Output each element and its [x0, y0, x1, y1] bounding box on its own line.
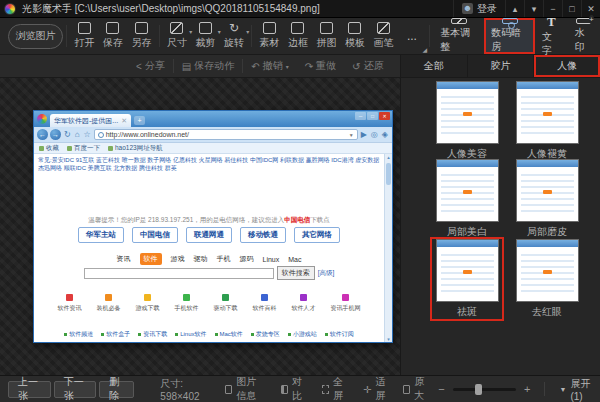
browser-close-icon: ✕: [379, 112, 390, 120]
effect-thumbnail: [436, 81, 499, 144]
text-tool-button[interactable]: T 文字: [535, 18, 567, 54]
tool-label: 拼图: [316, 36, 336, 50]
border-button[interactable]: 边框: [284, 22, 313, 50]
refresh-icon: ↻: [63, 130, 72, 139]
watermark-button[interactable]: 水印: [568, 18, 600, 54]
browser-scrollbar: ▴ ▾: [384, 154, 392, 342]
tool-label: 画笔: [373, 36, 393, 50]
quick-icon: [300, 294, 307, 301]
menu-button[interactable]: ▾: [524, 0, 543, 17]
open-button[interactable]: 打开: [70, 22, 99, 50]
divider: [251, 25, 252, 47]
material-button[interactable]: 素材: [255, 22, 284, 50]
undo-button[interactable]: ↶ 撤销 ▾: [243, 59, 296, 73]
save-action-icon: ▤: [182, 61, 191, 72]
redo-label: 重做: [316, 59, 336, 73]
zoom-in-button[interactable]: +: [524, 383, 530, 395]
app-logo-icon: [4, 3, 16, 15]
effect-local-whitening[interactable]: 局部美白: [432, 159, 502, 239]
browser-favorites-bar: 收藏 百度一下 hao123网址导航: [34, 143, 392, 154]
login-button[interactable]: ☻ 登录: [453, 0, 505, 17]
footer-link: 软件订阅: [325, 330, 354, 339]
brush-button[interactable]: 画笔: [369, 22, 398, 50]
maximize-button[interactable]: □: [562, 0, 581, 17]
save-button[interactable]: 保存: [99, 22, 128, 50]
resize-icon: [170, 22, 183, 34]
category-tab: 驱动: [194, 254, 208, 264]
effect-thumbnail: [516, 239, 579, 302]
share-button[interactable]: < 分享: [128, 59, 173, 73]
mirror-button: 移动铁通: [240, 227, 286, 243]
tab-portrait[interactable]: 人像: [533, 55, 600, 77]
tab-film[interactable]: 胶片: [467, 55, 534, 77]
quick-icon-item: 软件百科: [253, 294, 277, 313]
footer-link: 资讯下载: [138, 330, 167, 339]
delete-button[interactable]: 删除: [99, 381, 134, 398]
browser-maximize-icon: □: [367, 112, 378, 120]
expand-panel-button[interactable]: ▼ 展开(1): [559, 377, 592, 402]
collage-button[interactable]: 拼图: [312, 22, 341, 50]
previous-image-button[interactable]: 上一张: [8, 381, 51, 398]
effect-thumbnail: [436, 159, 499, 222]
save-as-button[interactable]: 另存: [127, 22, 156, 50]
restore-button[interactable]: ↺ 还原: [344, 59, 391, 73]
save-as-icon: [135, 22, 148, 34]
next-image-button[interactable]: 下一张: [54, 381, 97, 398]
zoom-slider[interactable]: [453, 388, 516, 391]
browse-images-button[interactable]: 浏览图片: [8, 24, 63, 49]
save-action-button[interactable]: ▤ 保存动作: [174, 59, 242, 73]
category-tabs-row: 资讯 软件 游戏 驱动 手机 源码 Linux Mac: [34, 253, 384, 265]
footer-link: Linux软件: [175, 330, 206, 339]
chevron-down-icon[interactable]: ▾: [286, 63, 289, 70]
mirror-button: 联通网通: [186, 227, 232, 243]
quick-icon-item: 手机软件: [175, 294, 199, 313]
template-button[interactable]: 模板: [341, 22, 370, 50]
chevron-down-icon[interactable]: ▾: [246, 28, 249, 35]
effect-portrait-deyellow[interactable]: 人像褪黄: [512, 81, 582, 161]
more-tools-button[interactable]: ... ◢: [398, 30, 427, 42]
tool-label: 模板: [345, 36, 365, 50]
actual-size-button[interactable]: 原大: [403, 375, 428, 402]
crop-button[interactable]: 裁剪 ▾: [191, 22, 220, 50]
effect-remove-spots[interactable]: 祛斑: [432, 239, 502, 319]
resize-button[interactable]: 尺寸 ▾: [163, 22, 192, 50]
category-tab: Mac: [288, 256, 301, 263]
quick-icon: [222, 294, 229, 301]
digital-darkroom-button[interactable]: 数码暗房: [484, 18, 535, 54]
category-tab: 游戏: [171, 254, 185, 264]
tab-all[interactable]: 全部: [400, 55, 467, 77]
zoom-out-button[interactable]: −: [438, 383, 444, 395]
tool-label: 素材: [259, 36, 279, 50]
more-icon: ...: [407, 30, 417, 42]
image-info-icon: [225, 385, 232, 394]
fullscreen-button[interactable]: 全屏: [322, 375, 347, 402]
quick-icon-label: 手机软件: [175, 304, 199, 313]
collage-icon: [320, 22, 333, 34]
effect-label: 去红眼: [532, 305, 562, 319]
favorites-item: hao123网址导航: [108, 144, 163, 153]
image-info-button[interactable]: 图片信息: [225, 375, 265, 402]
effect-local-smoothing[interactable]: 局部磨皮: [512, 159, 582, 239]
compare-button[interactable]: 对比: [281, 375, 306, 402]
rotate-button[interactable]: ↻ 旋转 ▾: [220, 22, 249, 50]
actual-size-label: 原大: [414, 375, 428, 402]
effect-portrait-beauty[interactable]: 人像美容: [432, 81, 502, 161]
mirror-button: 华军主站: [78, 227, 124, 243]
quick-icons-row: 软件资讯 装机必备 游戏下载 手机软件: [34, 294, 384, 313]
browser-minimize-icon: ─: [355, 112, 366, 120]
favorite-star-icon: ☆: [83, 130, 92, 139]
fit-screen-button[interactable]: ✛ 适屏: [363, 375, 387, 402]
zoom-slider-handle[interactable]: [475, 384, 482, 395]
scrollbar-down-icon: ▾: [385, 336, 392, 342]
basic-adjust-button[interactable]: 基本调整: [433, 18, 484, 54]
image-canvas[interactable]: 华军软件园-提供国... ✕ + ─ □ ✕ ← → ↻ ⌂ ☆ http://…: [0, 78, 400, 375]
expand-label: 展开(1): [570, 377, 592, 402]
chevron-down-icon: ▼: [559, 386, 566, 393]
tool-label: 水印: [575, 26, 593, 54]
forward-icon: →: [50, 129, 61, 140]
skin-button[interactable]: ▴: [505, 0, 524, 17]
redo-button[interactable]: ↷ 重做: [297, 59, 344, 73]
effects-panel: 人像美容 人像褪黄 局部美白 局部磨皮 祛斑 去红眼: [400, 78, 600, 375]
effect-remove-redeye[interactable]: 去红眼: [512, 239, 582, 319]
tool-label: 尺寸: [167, 36, 187, 50]
